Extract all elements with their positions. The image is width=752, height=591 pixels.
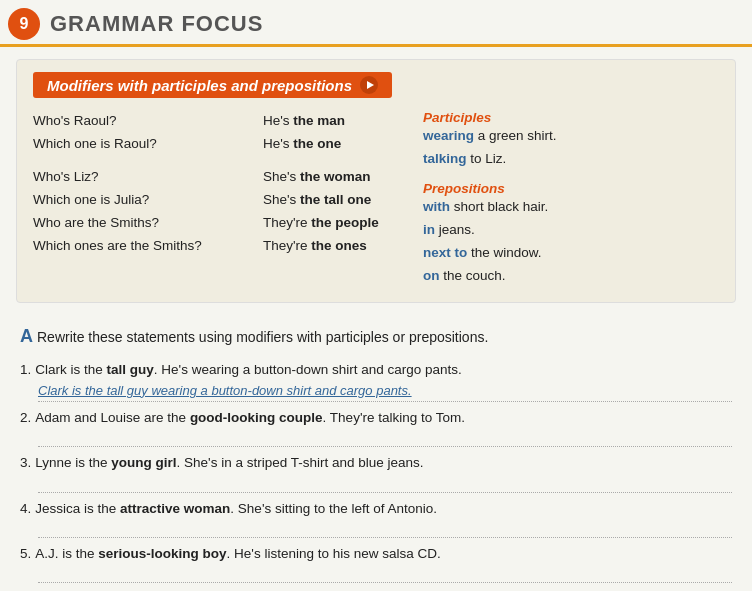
- grammar-row: on the couch.: [423, 265, 719, 288]
- exercise-letter: A: [20, 326, 33, 346]
- page-title: GRAMMAR FOCUS: [50, 11, 263, 37]
- answer-line-2: [38, 429, 732, 447]
- answer-line-3: [38, 475, 732, 493]
- grammar-row: Who's Raoul?: [33, 110, 263, 133]
- section-badge: 9: [8, 8, 40, 40]
- grammar-box-title: Modifiers with participles and prepositi…: [33, 72, 392, 98]
- exercise-a-instruction: ARewrite these statements using modifier…: [20, 323, 732, 350]
- answer-line-4: [38, 520, 732, 538]
- answer-line-1: Clark is the tall guy wearing a button-d…: [38, 381, 732, 402]
- grammar-row: He's the man: [263, 110, 423, 133]
- grammar-row: They're the people: [263, 212, 423, 235]
- grammar-row: talking to Liz.: [423, 148, 719, 171]
- grammar-row: wearing a green shirt.: [423, 125, 719, 148]
- grammar-row: They're the ones: [263, 235, 423, 258]
- prepositions-label: Prepositions: [423, 181, 719, 196]
- item-number: 1.: [20, 362, 31, 377]
- exercise-item-3: 3.Lynne is the young girl. She's in a st…: [20, 453, 732, 492]
- grammar-focus-box: Modifiers with participles and prepositi…: [16, 59, 736, 303]
- exercise-item-5: 5.A.J. is the serious-looking boy. He's …: [20, 544, 732, 583]
- exercise-instruction-text: Rewrite these statements using modifiers…: [37, 329, 488, 345]
- grammar-questions-col: Who's Raoul? Which one is Raoul? Who's L…: [33, 110, 263, 288]
- grammar-content: Who's Raoul? Which one is Raoul? Who's L…: [33, 110, 719, 288]
- grammar-row: in jeans.: [423, 219, 719, 242]
- item-number: 3.: [20, 455, 31, 470]
- grammar-row: She's the tall one: [263, 189, 423, 212]
- grammar-row: Who are the Smiths?: [33, 212, 263, 235]
- grammar-row: Which ones are the Smiths?: [33, 235, 263, 258]
- grammar-row: next to the window.: [423, 242, 719, 265]
- box-title-text: Modifiers with participles and prepositi…: [47, 77, 352, 94]
- grammar-examples-col: Participles wearing a green shirt. talki…: [423, 110, 719, 288]
- grammar-row: He's the one: [263, 133, 423, 156]
- grammar-row: Who's Liz?: [33, 166, 263, 189]
- play-icon[interactable]: [360, 76, 378, 94]
- exercises-section: ARewrite these statements using modifier…: [0, 313, 752, 591]
- exercise-item-2: 2.Adam and Louise are the good-looking c…: [20, 408, 732, 447]
- grammar-row: with short black hair.: [423, 196, 719, 219]
- grammar-row: Which one is Julia?: [33, 189, 263, 212]
- grammar-answers-col: He's the man He's the one She's the woma…: [263, 110, 423, 288]
- grammar-row: Which one is Raoul?: [33, 133, 263, 156]
- answer-line-5: [38, 565, 732, 583]
- item-number: 4.: [20, 501, 31, 516]
- exercise-answer-1: Clark is the tall guy wearing a button-d…: [38, 383, 412, 398]
- grammar-row: She's the woman: [263, 166, 423, 189]
- participles-label: Participles: [423, 110, 719, 125]
- item-number: 2.: [20, 410, 31, 425]
- item-number: 5.: [20, 546, 31, 561]
- exercise-item-4: 4.Jessica is the attractive woman. She's…: [20, 499, 732, 538]
- page-header: 9 GRAMMAR FOCUS: [0, 0, 752, 47]
- exercise-item-1: 1.Clark is the tall guy. He's wearing a …: [20, 360, 732, 403]
